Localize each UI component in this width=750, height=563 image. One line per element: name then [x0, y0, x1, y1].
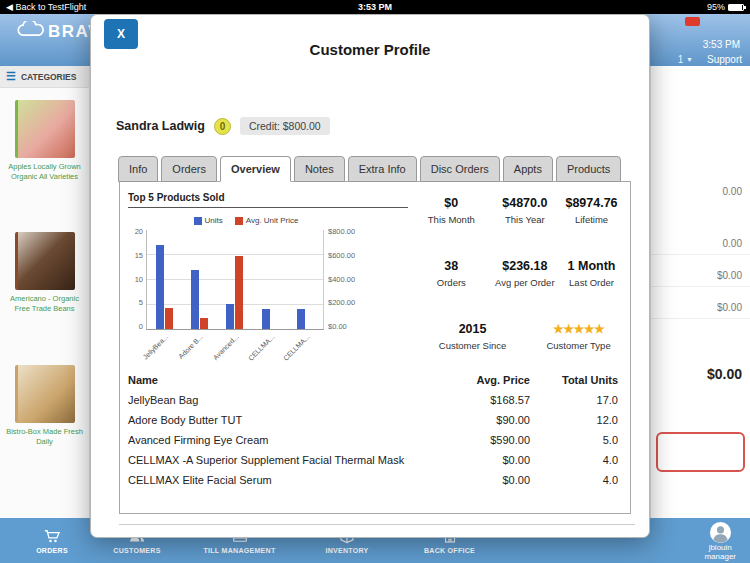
categories-header[interactable]: ☰ CATEGORIES [0, 66, 89, 88]
avg-price-cell: $0.00 [440, 450, 530, 470]
product-name: Apples Locally Grown Organic All Varieti… [5, 162, 84, 182]
cart-icon [43, 527, 61, 545]
tab-info[interactable]: Info [118, 156, 158, 182]
user-menu[interactable]: jblouin manager [704, 521, 736, 562]
nav-label: BACK OFFICE [424, 547, 475, 554]
stat-last-order: 1 MonthLast Order [559, 259, 624, 288]
tab-overview[interactable]: Overview [220, 156, 291, 182]
bistro-box-photo [15, 365, 75, 423]
product-name-cell: JellyBean Bag [128, 390, 440, 410]
product-name-cell: Adore Body Butter TUT [128, 410, 440, 430]
back-to-testflight-link[interactable]: ◀ Back to TestFlight [6, 2, 86, 12]
stat-label: Avg per Order [491, 277, 559, 288]
product-name: Americano - Organic Free Trade Beans [5, 294, 84, 314]
stat-label: Lifetime [559, 214, 624, 225]
left-axis-ticks: 20151050 [122, 227, 146, 331]
tab-extra-info[interactable]: Extra Info [348, 156, 417, 182]
table-row: Adore Body Butter TUT$90.0012.0 [128, 410, 626, 430]
bar-group [156, 230, 173, 329]
left-tick: 20 [135, 227, 143, 236]
category-product-card[interactable]: Americano - Organic Free Trade Beans [5, 232, 84, 314]
right-tick: $400.00 [328, 275, 355, 284]
stat-value: 1 Month [559, 259, 624, 273]
close-button[interactable]: X [104, 19, 138, 49]
stats-row: 38Orders$236.18Avg per Order1 MonthLast … [412, 259, 624, 288]
category-product-card[interactable]: Bistro-Box Made Fresh Daily [5, 365, 84, 447]
stat-value: $4870.0 [491, 196, 559, 210]
category-product-card[interactable]: Apples Locally Grown Organic All Varieti… [5, 100, 84, 182]
customer-summary: Sandra Ladwig 0 Credit: $800.00 [116, 117, 330, 135]
customer-stats: $0This Month$4870.0This Year$8974.76Life… [412, 196, 624, 385]
support-link[interactable]: Support [707, 54, 742, 65]
right-axis-ticks: $800.00$600.00$400.00$200.00$0.00 [324, 227, 364, 331]
x-tick: CELLMA... [288, 331, 324, 367]
stat-label: Customer Since [412, 340, 533, 351]
total-units-cell: 5.0 [530, 430, 626, 450]
battery-icon [728, 4, 744, 11]
product-name-cell: Avanced Firming Eye Cream [128, 430, 440, 450]
categories-title: CATEGORIES [21, 72, 77, 82]
right-tick: $800.00 [328, 227, 355, 236]
product-name: Bistro-Box Made Fresh Daily [5, 427, 84, 447]
avg-unit-price-bar [200, 318, 208, 329]
stat-avg-per-order: $236.18Avg per Order [491, 259, 559, 288]
stat-value: $236.18 [491, 259, 559, 273]
page-dropdown[interactable]: 1 ▼ [678, 54, 693, 65]
nav-label: ORDERS [36, 547, 68, 554]
stat-label: Customer Type [533, 340, 624, 351]
stat-label: Orders [412, 277, 491, 288]
page-number: 1 [678, 54, 684, 65]
cloud-logo-icon [16, 21, 46, 38]
stats-row: 2015Customer Since★★★★★Customer Type [412, 322, 624, 351]
modal-title: Customer Profile [91, 41, 649, 58]
stat-lifetime: $8974.76Lifetime [559, 196, 624, 225]
nav-label: INVENTORY [325, 547, 368, 554]
tab-products[interactable]: Products [556, 156, 621, 182]
avg-price-cell: $590.00 [440, 430, 530, 450]
tab-appts[interactable]: Appts [503, 156, 553, 182]
right-tick: $600.00 [328, 251, 355, 260]
stats-row: $0This Month$4870.0This Year$8974.76Life… [412, 196, 624, 225]
units-bar [226, 304, 234, 329]
units-bar [191, 270, 199, 329]
nav-orders[interactable]: ORDERS [12, 527, 92, 554]
right-tick: $0.00 [328, 322, 347, 331]
total-units-cell: 4.0 [530, 470, 626, 490]
screen: ◀ Back to TestFlight 3:53 PM 95% BRAV 3:… [0, 0, 750, 563]
bar-group [297, 230, 314, 329]
bar-group [191, 230, 208, 329]
order-panel-value: $0.00 [651, 270, 750, 287]
status-time: 3:53 PM [0, 2, 750, 12]
x-tick: JellyBea... [146, 331, 182, 367]
left-tick: 0 [139, 322, 143, 331]
customer-credit: Credit: $800.00 [240, 117, 330, 135]
table-row: JellyBean Bag$168.5717.0 [128, 390, 626, 410]
total-units-cell: 17.0 [530, 390, 626, 410]
tab-orders[interactable]: Orders [161, 156, 217, 182]
customer-name: Sandra Ladwig [116, 119, 205, 133]
nav-label: TILL MANAGEMENT [203, 547, 275, 554]
products-table: NameAvg. PriceTotal Units JellyBean Bag$… [128, 370, 626, 490]
top-products-chart: UnitsAvg. Unit Price 20151050 $800.00$60… [122, 216, 370, 367]
units-bar [297, 309, 305, 329]
stat-this-year: $4870.0This Year [491, 196, 559, 225]
bar-group [226, 230, 243, 329]
stat-value: $8974.76 [559, 196, 624, 210]
tab-notes[interactable]: Notes [294, 156, 345, 182]
plot-area [146, 230, 324, 330]
table-row: Avanced Firming Eye Cream$590.005.0 [128, 430, 626, 450]
categories-sidebar: ☰ CATEGORIES Apples Locally Grown Organi… [0, 66, 90, 518]
legend-label: Avg. Unit Price [246, 216, 299, 225]
tab-disc-orders[interactable]: Disc Orders [420, 156, 500, 182]
stat-customer-since: 2015Customer Since [412, 322, 533, 351]
x-tick: CELLMA... [253, 331, 289, 367]
col-header-avg-price: Avg. Price [440, 370, 530, 390]
order-action-button[interactable] [656, 432, 745, 472]
stat-value: $0 [412, 196, 491, 210]
stat-orders: 38Orders [412, 259, 491, 288]
avg-price-cell: $90.00 [440, 410, 530, 430]
avg-price-cell: $168.57 [440, 390, 530, 410]
x-tick: Avanced... [217, 331, 253, 367]
stat-customer-type: ★★★★★Customer Type [533, 322, 624, 351]
user-role: manager [704, 553, 736, 562]
